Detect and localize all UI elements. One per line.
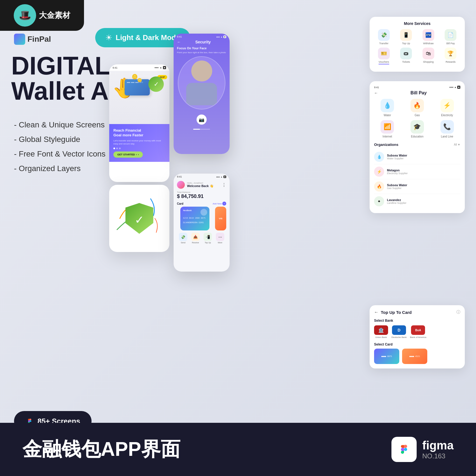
- gas-icon: 🔥: [410, 99, 424, 112]
- phone2-focus-heading: Focus On Your Face: [174, 44, 230, 51]
- get-started-button[interactable]: GET STARTED ››: [113, 151, 143, 158]
- topup-label: Top Up: [402, 42, 410, 45]
- bill-education[interactable]: 🎓 Education: [404, 120, 431, 138]
- phone-security: 9:41 ●●● ▲ ■ ← Security Focus On Your Fa…: [174, 34, 230, 154]
- balance-label: Total Balance: [174, 190, 230, 193]
- select-bank-label: Select Bank: [374, 319, 460, 323]
- more-options-icon[interactable]: ⋮: [222, 182, 226, 188]
- card-section-header: Card Add New +: [174, 199, 230, 207]
- gas-label: Gas: [415, 114, 420, 117]
- bill-pay-title: Bill Pay: [381, 90, 456, 95]
- phone2-status-bar: 9:41 ●●● ▲ ■: [174, 34, 230, 40]
- dot-3: [119, 148, 121, 149]
- shopping-icon: 🛍: [423, 48, 434, 59]
- filter-dropdown[interactable]: All ▼: [454, 143, 460, 146]
- sun-icon: ☀: [105, 33, 112, 42]
- phone2-time: 9:41: [177, 35, 182, 38]
- service-rewards[interactable]: 🏆 Rewards: [441, 48, 461, 64]
- service-transfer[interactable]: 💸 Transfer: [374, 29, 394, 45]
- internet-icon: 📶: [381, 120, 394, 134]
- topup-icon: 📱: [400, 29, 412, 41]
- card-option-1[interactable]: ●●●● 8075: [374, 349, 399, 364]
- phone2-title: Security: [184, 40, 222, 44]
- org-logo-4: ✦: [374, 196, 384, 206]
- dot-2: [116, 148, 118, 149]
- service-billpay[interactable]: 📄 Bill Pay: [441, 29, 461, 45]
- bill-electricity[interactable]: ⚡ Electricity: [434, 99, 460, 117]
- action-more[interactable]: ⋯ More: [216, 233, 224, 244]
- withdraw-label: Withdraw: [423, 42, 434, 45]
- quick-actions: 💸 Send 📥 Receive 📲 Top Up ⋯ More: [174, 230, 230, 245]
- topup-title: Top Up To Card: [381, 310, 456, 315]
- org-lavandez[interactable]: ✦ Lavandez Landline Supplier: [374, 194, 460, 209]
- bill-landline[interactable]: 📞 Land Line: [434, 120, 460, 138]
- feature-item-1: - Clean & Unique Screens: [14, 120, 106, 129]
- org-logo-3: 🔥: [374, 181, 384, 192]
- topup-info-icon[interactable]: ⓘ: [456, 310, 460, 315]
- org-info-4: Lavandez Landline Supplier: [387, 198, 407, 204]
- phone4-status-bar: 9:41 ●●● ▲ ■: [174, 174, 230, 180]
- bill-pay-back-icon[interactable]: ←: [374, 91, 378, 95]
- org-subsea-water[interactable]: 💧 Subsea Water Water Supplier: [374, 150, 460, 164]
- internet-label: Internet: [382, 135, 392, 138]
- landline-icon: 📞: [440, 120, 454, 134]
- service-topup[interactable]: 📱 Top Up: [396, 29, 416, 45]
- service-withdraw[interactable]: 🏧 Withdraw: [419, 29, 438, 45]
- add-new-button[interactable]: Add New +: [213, 202, 226, 206]
- dot-1: [113, 148, 115, 149]
- bill-internet[interactable]: 📶 Internet: [374, 120, 401, 138]
- credit-card-2[interactable]: VIS: [215, 207, 226, 230]
- card-option-2[interactable]: ●●●● 4521: [402, 349, 427, 364]
- user-avatar: [177, 181, 185, 189]
- withdraw-icon: 🏧: [423, 29, 434, 41]
- organizations-header: Organizations All ▼: [374, 143, 460, 147]
- bill-pay-header: ← Bill Pay: [374, 90, 460, 95]
- bill-gas[interactable]: 🔥 Gas: [404, 99, 431, 117]
- welcome-text: Welcome Back 👋: [187, 184, 222, 188]
- credit-card-1[interactable]: NeoBank 6219 8610 2888 8075 DJ.ANDERSON …: [180, 207, 209, 230]
- phone-bottom-card: Reach FinancialGoal more Faster Let's tr…: [109, 124, 169, 162]
- phone-heading: Reach FinancialGoal more Faster: [113, 128, 165, 138]
- billpay-icon: 📄: [445, 29, 456, 41]
- back-arrow-icon[interactable]: ←: [177, 40, 181, 44]
- greeting-text: Hello, Jonathan!: [187, 182, 222, 184]
- figma-logo-container: [391, 437, 417, 462]
- water-icon: 💧: [381, 99, 394, 112]
- services-panel: More Services 💸 Transfer 📱 Top Up 🏧 With…: [370, 17, 465, 72]
- feature-item-4: - Organized Layers: [14, 164, 106, 173]
- bank-america[interactable]: BoA Bank of America: [410, 325, 426, 339]
- bank-deutsche[interactable]: D Deutsche Bank: [391, 325, 407, 339]
- bill-water[interactable]: 💧 Water: [374, 99, 401, 117]
- action-receive[interactable]: 📥 Receive: [191, 233, 200, 244]
- bill-pay-time: 9:41: [374, 86, 379, 89]
- feature-list: - Clean & Unique Screens - Global Styleg…: [14, 120, 106, 179]
- select-card-label: Select Card: [374, 342, 460, 346]
- service-shopping[interactable]: 🛍 Shopping: [419, 48, 438, 64]
- action-send[interactable]: 💸 Send: [179, 233, 187, 244]
- bottom-bar: 金融钱包APP界面 figma NO.163: [0, 423, 476, 476]
- landline-label: Land Line: [441, 135, 453, 138]
- education-label: Education: [411, 135, 423, 138]
- transfer-label: Transfer: [379, 42, 388, 45]
- bank-union[interactable]: 🏦 Union Bank: [374, 325, 388, 339]
- org-metagon[interactable]: ⚡ Metagon Electricity Supplier: [374, 164, 460, 179]
- card-select-area: ●●●● 8075 ●●●● 4521: [374, 349, 460, 364]
- phone-subtext: Let's transfer and receive your money wi…: [113, 139, 165, 145]
- services-title: More Services: [374, 21, 460, 26]
- org-logo-1: 💧: [374, 152, 384, 162]
- topup-back-icon[interactable]: ←: [374, 310, 379, 315]
- billpay-label: Bill Pay: [446, 42, 455, 45]
- shield-icon: ✓: [125, 203, 153, 234]
- figma-number: NO.163: [422, 452, 454, 460]
- service-vouchers[interactable]: 🎫 Vouchers: [374, 48, 394, 64]
- figma-text-area: figma NO.163: [422, 439, 454, 460]
- figma-logo-svg: [396, 441, 412, 458]
- org-subsea-gas[interactable]: 🔥 Subsea Water Gas Supplier: [374, 179, 460, 194]
- service-tickets[interactable]: 🎟 Tickets: [396, 48, 416, 64]
- bill-services-grid: 💧 Water 🔥 Gas ⚡ Electricity 📶 Internet 🎓…: [374, 99, 460, 138]
- action-topup[interactable]: 📲 Top Up: [204, 233, 212, 244]
- camera-button[interactable]: 📷: [174, 112, 230, 127]
- feature-item-2: - Global Styleguide: [14, 135, 106, 144]
- feature-item-3: - Free Font & Vector Icons: [14, 150, 106, 158]
- rewards-label: Rewards: [445, 60, 456, 63]
